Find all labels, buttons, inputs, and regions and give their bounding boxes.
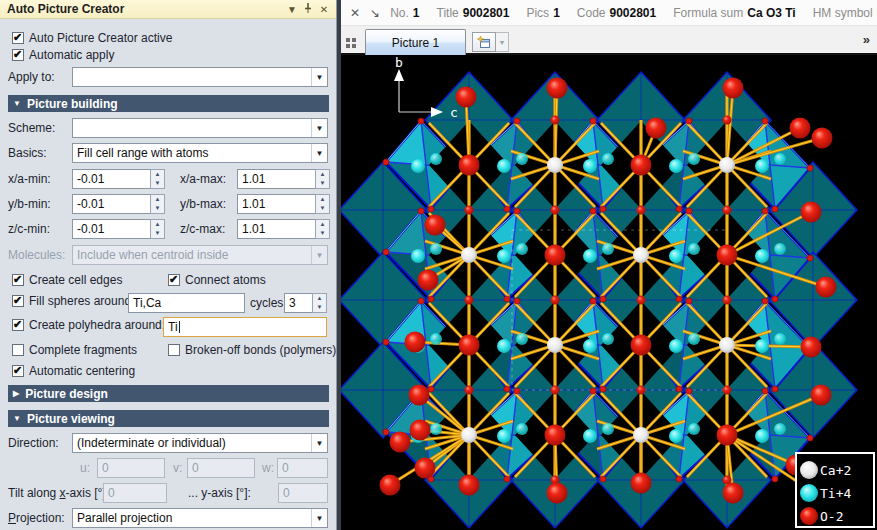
spin-buttons[interactable]: ▲▼ xyxy=(315,169,330,189)
tab-picture-1[interactable]: Picture 1 xyxy=(365,29,466,55)
dropdown-arrow-icon[interactable]: ▼ xyxy=(311,119,327,137)
apply-to-combo[interactable]: ▼ xyxy=(72,67,328,87)
dropdown-arrow-icon[interactable]: ▼ xyxy=(311,144,327,162)
structure-info-bar: ✕ ↘ No.1 Title9002801 Pics1 Code9002801 … xyxy=(341,0,877,26)
tilt-x-label: Tilt along x-axis [°]: xyxy=(8,486,109,500)
checkbox-box[interactable] xyxy=(12,319,24,331)
fill-spheres-row: Fill spheres around: Ti,Ca cycles: 3 ▲▼ xyxy=(0,293,337,314)
basics-combo[interactable]: Fill cell range with atoms ▼ xyxy=(72,143,328,163)
checkbox-box[interactable] xyxy=(12,32,24,44)
zc-max-label: z/c-max: xyxy=(180,222,225,236)
scheme-combo[interactable]: ▼ xyxy=(72,118,328,138)
dock-arrow-icon[interactable]: ↘ xyxy=(370,6,380,20)
checkbox-label: Automatic centering xyxy=(29,364,135,378)
panel-titlebar[interactable]: Auto Picture Creator ▼ ✕ xyxy=(0,0,336,19)
fragments-row: Complete fragments Broken-off bonds (pol… xyxy=(0,342,337,363)
checkbox-box[interactable] xyxy=(168,344,180,356)
spin-buttons[interactable]: ▲▼ xyxy=(150,219,165,239)
spin-buttons[interactable]: ▲▼ xyxy=(312,293,327,313)
spinner-value[interactable]: 1.01 xyxy=(237,219,315,239)
auto-active-checkbox[interactable]: Auto Picture Creator active xyxy=(12,31,172,45)
polyhedra-input[interactable]: Ti xyxy=(163,317,327,337)
input-value: 0 xyxy=(192,461,199,475)
xa-max-spinner[interactable]: 1.01 ▲▼ xyxy=(237,169,330,189)
yb-max-spinner[interactable]: 1.01 ▲▼ xyxy=(237,194,330,214)
structure-viewport[interactable]: bcCa+2Ti+4O-2 xyxy=(341,57,877,530)
info-hm-symbol: HM symbolP b n m xyxy=(813,6,877,20)
dropdown-arrow-icon[interactable]: ▼ xyxy=(311,509,327,527)
spin-buttons[interactable]: ▲▼ xyxy=(150,169,165,189)
new-picture-icon[interactable] xyxy=(472,32,496,52)
checkbox-box[interactable] xyxy=(12,274,24,286)
input-value: 0 xyxy=(102,461,109,475)
tab-list-grid-icon[interactable] xyxy=(346,35,357,53)
info-no: No.1 xyxy=(390,6,419,20)
checkbox-box[interactable] xyxy=(12,365,24,377)
complete-fragments-checkbox[interactable]: Complete fragments xyxy=(12,343,137,357)
spin-buttons[interactable]: ▲▼ xyxy=(315,219,330,239)
section-title: Picture design xyxy=(25,387,108,401)
collapse-triangle-icon: ▼ xyxy=(13,99,21,108)
edges-connect-row: Create cell edges Connect atoms xyxy=(0,272,337,293)
combo-value: Parallel projection xyxy=(73,509,311,527)
create-polyhedra-checkbox[interactable]: Create polyhedra around: xyxy=(12,318,165,332)
xa-min-spinner[interactable]: -0.01 ▲▼ xyxy=(72,169,165,189)
molecules-row: Molecules: Include when centroid inside … xyxy=(0,245,337,266)
polyhedra-row: Create polyhedra around: Ti xyxy=(0,317,337,338)
checkbox-box[interactable] xyxy=(12,295,24,307)
direction-combo[interactable]: (Indeterminate or individual) ▼ xyxy=(72,433,328,453)
combo-value xyxy=(73,119,311,137)
connect-atoms-checkbox[interactable]: Connect atoms xyxy=(168,273,266,287)
dropdown-arrow-icon[interactable]: ▼ xyxy=(311,434,327,452)
picture-design-header[interactable]: ▶ Picture design xyxy=(8,385,329,402)
tilt-y-label: ... y-axis [°]: xyxy=(188,486,251,500)
new-picture-dropdown-icon[interactable]: ▼ xyxy=(496,32,509,52)
spinner-value[interactable]: -0.01 xyxy=(72,219,150,239)
spin-buttons[interactable]: ▲▼ xyxy=(315,194,330,214)
picture-tab-bar: Picture 1 ▼ » xyxy=(341,26,877,55)
zc-max-spinner[interactable]: 1.01 ▲▼ xyxy=(237,219,330,239)
pin-icon[interactable] xyxy=(300,2,316,16)
new-picture-button[interactable]: ▼ xyxy=(472,32,509,52)
tilt-y-input: 0 xyxy=(278,483,328,503)
automatic-centering-checkbox[interactable]: Automatic centering xyxy=(12,364,135,378)
yb-min-spinner[interactable]: -0.01 ▲▼ xyxy=(72,194,165,214)
picture-building-header[interactable]: ▼ Picture building xyxy=(8,95,329,112)
checkbox-label: Auto Picture Creator active xyxy=(29,31,172,45)
spinner-value[interactable]: -0.01 xyxy=(72,169,150,189)
fill-spheres-checkbox[interactable]: Fill spheres around: xyxy=(12,294,134,308)
spinner-value[interactable]: 1.01 xyxy=(237,194,315,214)
picture-viewing-header[interactable]: ▼ Picture viewing xyxy=(8,410,329,427)
projection-label: Projection: xyxy=(8,511,65,525)
close-icon[interactable]: ✕ xyxy=(350,6,360,20)
automatic-apply-checkbox[interactable]: Automatic apply xyxy=(12,48,114,62)
checkbox-box[interactable] xyxy=(12,49,24,61)
spinner-value[interactable]: 1.01 xyxy=(237,169,315,189)
scheme-row: Scheme: ▼ xyxy=(0,118,337,139)
v-input: 0 xyxy=(187,458,255,478)
spin-buttons[interactable]: ▲▼ xyxy=(150,194,165,214)
w-label: w: xyxy=(262,461,274,475)
spinner-value[interactable]: -0.01 xyxy=(72,194,150,214)
crystal-structure-render[interactable]: bcCa+2Ti+4O-2 xyxy=(341,57,877,530)
create-cell-edges-checkbox[interactable]: Create cell edges xyxy=(12,273,122,287)
zc-min-spinner[interactable]: -0.01 ▲▼ xyxy=(72,219,165,239)
panel-menu-icon[interactable]: ▼ xyxy=(284,4,300,15)
projection-combo[interactable]: Parallel projection ▼ xyxy=(72,508,328,528)
molecules-label: Molecules: xyxy=(8,248,65,262)
checkbox-box[interactable] xyxy=(168,274,180,286)
scheme-label: Scheme: xyxy=(8,121,55,135)
combo-value: (Indeterminate or individual) xyxy=(73,434,311,452)
spinner-value[interactable]: 3 xyxy=(284,293,312,313)
checkbox-box[interactable] xyxy=(12,344,24,356)
cycles-spinner[interactable]: 3 ▲▼ xyxy=(284,293,327,313)
broken-bonds-checkbox[interactable]: Broken-off bonds (polymers) xyxy=(168,343,336,357)
molecules-combo: Include when centroid inside ▼ xyxy=(72,245,328,265)
tab-overflow-icon[interactable]: » xyxy=(863,32,870,47)
close-icon[interactable]: ✕ xyxy=(316,4,332,15)
u-input: 0 xyxy=(97,458,165,478)
input-value: 0 xyxy=(282,461,289,475)
dropdown-arrow-icon[interactable]: ▼ xyxy=(311,68,327,86)
dropdown-arrow-icon: ▼ xyxy=(311,246,327,264)
fill-spheres-input[interactable]: Ti,Ca xyxy=(128,293,245,313)
